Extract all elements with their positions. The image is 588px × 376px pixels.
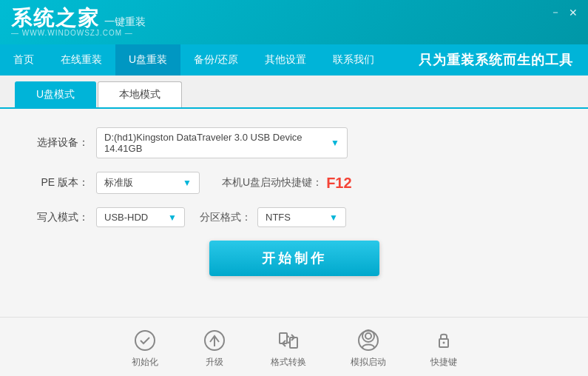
form-area: 选择设备： D:(hd1)Kingston DataTraveler 3.0 U… <box>0 109 588 317</box>
pe-select[interactable]: 标准版 ▼ <box>96 172 200 194</box>
bottom-icon-convert-label: 格式转换 <box>271 356 306 369</box>
nav-bar: 首页 在线重装 U盘重装 备份/还原 其他设置 联系我们 只为重装系统而生的工具 <box>0 44 588 75</box>
bottom-icon-simulate-label: 模拟启动 <box>351 356 386 369</box>
write-label: 写入模式： <box>30 211 89 224</box>
app-title: 系统之家 <box>11 8 100 29</box>
partition-label: 分区格式： <box>200 211 251 224</box>
write-select[interactable]: USB-HDD ▼ <box>96 207 185 227</box>
nav-item-backup[interactable]: 备份/还原 <box>180 44 251 75</box>
partition-select[interactable]: NTFS ▼ <box>257 207 346 227</box>
app-subtitle: 一键重装 <box>104 16 146 29</box>
nav-item-online[interactable]: 在线重装 <box>47 44 115 75</box>
bottom-icon-init[interactable]: 初始化 <box>132 329 158 369</box>
minimize-button[interactable]: － <box>550 6 561 19</box>
svg-point-5 <box>365 333 371 339</box>
device-value: D:(hd1)Kingston DataTraveler 3.0 USB Dev… <box>104 132 325 154</box>
device-arrow-icon: ▼ <box>331 138 339 148</box>
nav-slogan: 只为重装系统而生的工具 <box>419 51 588 69</box>
svg-point-0 <box>135 331 155 350</box>
write-row: 写入模式： USB-HDD ▼ 分区格式： NTFS ▼ <box>30 207 558 227</box>
nav-item-settings[interactable]: 其他设置 <box>251 44 320 75</box>
bottom-icon-shortcut[interactable]: 快捷键 <box>430 329 457 369</box>
app-tagline: — WWW.WINDOWSZJ.COM — <box>11 29 133 37</box>
bottom-icon-init-label: 初始化 <box>132 356 158 369</box>
pe-value: 标准版 <box>104 176 133 189</box>
hotkey-value: F12 <box>326 175 351 192</box>
nav-item-home[interactable]: 首页 <box>0 44 47 75</box>
device-row: 选择设备： D:(hd1)Kingston DataTraveler 3.0 U… <box>30 127 558 158</box>
hotkey-label: 本机U盘启动快捷键： <box>222 176 322 189</box>
bottom-icon-shortcut-label: 快捷键 <box>430 356 457 369</box>
bottom-icon-convert[interactable]: 格式转换 <box>271 329 306 369</box>
svg-point-9 <box>442 342 445 344</box>
bottom-icon-upgrade-label: 升级 <box>206 356 223 369</box>
tabs-row: U盘模式 本地模式 <box>0 75 588 109</box>
partition-arrow-icon: ▼ <box>329 212 338 223</box>
write-value: USB-HDD <box>104 212 148 223</box>
tab-udisk-mode[interactable]: U盘模式 <box>15 81 96 107</box>
pe-row: PE 版本： 标准版 ▼ 本机U盘启动快捷键： F12 <box>30 172 558 194</box>
device-select[interactable]: D:(hd1)Kingston DataTraveler 3.0 USB Dev… <box>96 127 348 158</box>
title-bar-left: 系统之家 一键重装 — WWW.WINDOWSZJ.COM — <box>11 8 146 37</box>
pe-arrow-icon: ▼ <box>183 178 192 188</box>
title-bar: 系统之家 一键重装 — WWW.WINDOWSZJ.COM — － ✕ <box>0 0 588 44</box>
nav-items: 首页 在线重装 U盘重装 备份/还原 其他设置 联系我们 <box>0 44 388 75</box>
tab-local-mode[interactable]: 本地模式 <box>98 81 182 107</box>
title-bar-controls: － ✕ <box>550 6 579 19</box>
content-area: U盘模式 本地模式 选择设备： D:(hd1)Kingston DataTrav… <box>0 75 588 376</box>
bottom-icon-upgrade[interactable]: 升级 <box>203 329 226 369</box>
close-button[interactable]: ✕ <box>567 7 579 19</box>
partition-value: NTFS <box>266 212 291 223</box>
write-arrow-icon: ▼ <box>168 212 177 223</box>
nav-item-udisk[interactable]: U盘重装 <box>115 44 180 75</box>
bottom-icons: 初始化 升级 格式转换 <box>0 317 588 376</box>
bottom-icon-simulate[interactable]: 模拟启动 <box>351 329 386 369</box>
start-button[interactable]: 开始制作 <box>209 241 379 276</box>
nav-item-contact[interactable]: 联系我们 <box>320 44 388 75</box>
device-label: 选择设备： <box>30 136 89 150</box>
pe-label: PE 版本： <box>30 176 89 189</box>
